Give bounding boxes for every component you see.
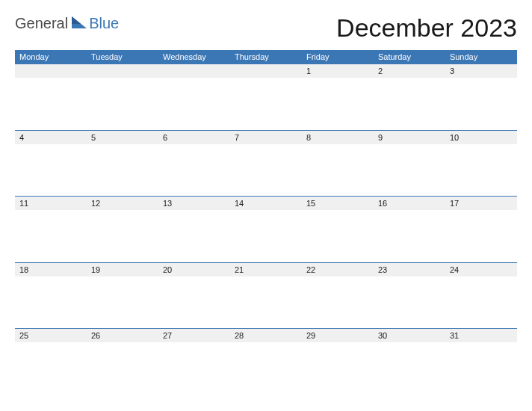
day-header: Wednesday: [158, 50, 230, 64]
calendar-cell: 29: [302, 329, 374, 343]
calendar-cell: 21: [230, 262, 302, 276]
week-body-row: [15, 276, 517, 329]
week-number-row: 1 2 3: [15, 64, 517, 78]
calendar-cell: 31: [445, 329, 517, 343]
calendar-cell: 1: [302, 64, 374, 78]
calendar-cell: 19: [87, 262, 158, 276]
calendar-cell: 28: [230, 329, 302, 343]
calendar-cell: 26: [87, 329, 158, 343]
calendar-cell: 16: [374, 197, 445, 211]
header: General Blue December 2023: [15, 13, 517, 43]
calendar-cell: 18: [15, 262, 87, 276]
brand-text-blue: Blue: [89, 15, 119, 32]
calendar-cell: [158, 64, 230, 78]
calendar-cell: [230, 64, 302, 78]
week-number-row: 11 12 13 14 15 16 17: [15, 197, 517, 211]
brand-text-general: General: [15, 15, 68, 32]
calendar-cell: 7: [230, 130, 302, 144]
calendar-cell: 17: [445, 197, 517, 211]
week-body-row: [15, 342, 517, 398]
week-body-row: [15, 210, 517, 262]
calendar-cell: 30: [374, 329, 445, 343]
week-body-row: [15, 144, 517, 197]
calendar-cell: [87, 64, 158, 78]
calendar-cell: 9: [374, 130, 445, 144]
calendar-cell: 6: [158, 130, 230, 144]
calendar-cell: 20: [158, 262, 230, 276]
brand-triangle-icon: [72, 16, 87, 31]
calendar-cell: 2: [374, 64, 445, 78]
calendar-cell: 23: [374, 262, 445, 276]
day-header: Thursday: [230, 50, 302, 64]
brand-logo: General Blue: [15, 13, 119, 32]
calendar-cell: [15, 64, 87, 78]
calendar-cell: 27: [158, 329, 230, 343]
day-header: Sunday: [445, 50, 517, 64]
day-header: Friday: [302, 50, 374, 64]
calendar-cell: 14: [230, 197, 302, 211]
week-body-row: [15, 78, 517, 130]
calendar-cell: 22: [302, 262, 374, 276]
week-number-row: 18 19 20 21 22 23 24: [15, 262, 517, 276]
day-header: Monday: [15, 50, 87, 64]
calendar-cell: 4: [15, 130, 87, 144]
day-header-row: Monday Tuesday Wednesday Thursday Friday…: [15, 50, 517, 64]
day-header: Saturday: [374, 50, 445, 64]
week-number-row: 25 26 27 28 29 30 31: [15, 329, 517, 343]
calendar-cell: 24: [445, 262, 517, 276]
day-header: Tuesday: [87, 50, 158, 64]
calendar-cell: 8: [302, 130, 374, 144]
calendar-cell: 10: [445, 130, 517, 144]
calendar-cell: 15: [302, 197, 374, 211]
calendar-grid: Monday Tuesday Wednesday Thursday Friday…: [15, 50, 517, 398]
page-title: December 2023: [336, 13, 517, 43]
calendar-cell: 12: [87, 197, 158, 211]
calendar-cell: 3: [445, 64, 517, 78]
calendar-cell: 11: [15, 197, 87, 211]
calendar-cell: 25: [15, 329, 87, 343]
calendar-cell: 13: [158, 197, 230, 211]
week-number-row: 4 5 6 7 8 9 10: [15, 130, 517, 144]
calendar-cell: 5: [87, 130, 158, 144]
